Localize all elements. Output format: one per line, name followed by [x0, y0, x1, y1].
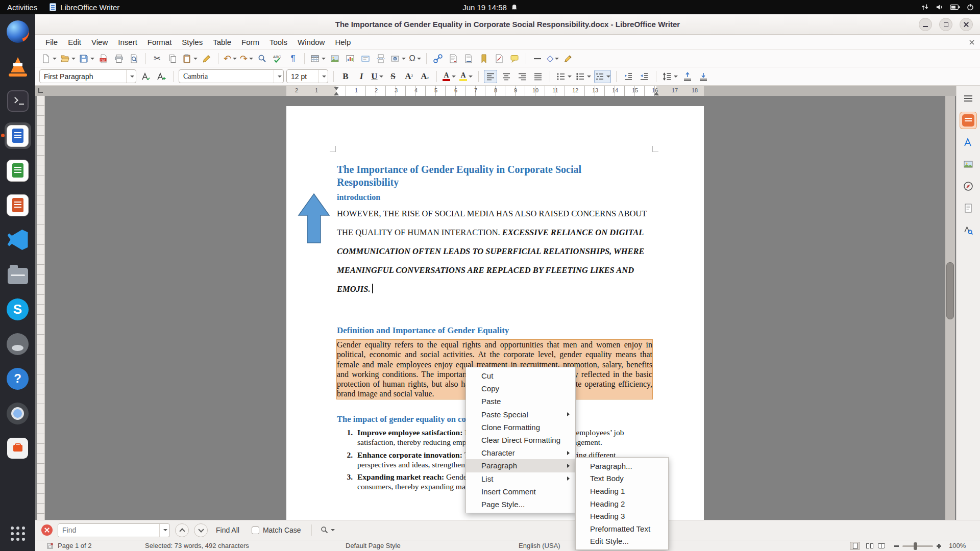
zoom-level-label[interactable]: 100%	[949, 542, 966, 549]
multi-page-view-button[interactable]	[863, 542, 873, 550]
insert-field-button[interactable]	[389, 52, 406, 65]
dropdown-caret[interactable]	[249, 58, 253, 60]
italic-button[interactable]: I	[355, 70, 368, 83]
submenu-item-paragraph-dialog[interactable]: Paragraph...	[576, 460, 668, 472]
dropdown-caret[interactable]	[71, 58, 76, 60]
sidebar-properties-button[interactable]	[960, 112, 977, 129]
insert-endnote-button[interactable]	[462, 52, 475, 65]
find-input[interactable]	[58, 524, 159, 537]
dropdown-caret[interactable]	[452, 76, 456, 78]
dropdown-caret[interactable]	[90, 58, 94, 60]
activities-button[interactable]: Activities	[7, 3, 37, 12]
menu-window[interactable]: Window	[292, 36, 330, 48]
document-heading-title[interactable]: The Importance of Gender Equality in Cor…	[337, 163, 638, 189]
focused-app-menu[interactable]: LibreOffice Writer	[50, 3, 119, 12]
align-right-button[interactable]	[516, 70, 529, 83]
submenu-item-heading-3[interactable]: Heading 3	[576, 510, 668, 522]
increase-indent-button[interactable]	[622, 70, 635, 83]
basic-shapes-button[interactable]: ◇	[546, 52, 559, 65]
dropdown-caret[interactable]	[322, 58, 326, 60]
heading-introduction[interactable]: introduction	[337, 193, 380, 202]
cross-reference-button[interactable]	[493, 52, 506, 65]
find-and-replace-button[interactable]	[320, 523, 335, 537]
find-previous-button[interactable]	[175, 523, 189, 537]
up-arrow-shape[interactable]	[298, 193, 330, 244]
left-indent-marker[interactable]	[334, 92, 339, 95]
print-preview-button[interactable]	[128, 52, 141, 65]
dropdown-caret[interactable]	[674, 76, 678, 78]
skype-icon[interactable]: S	[5, 296, 31, 322]
context-menu-item-paste-special[interactable]: Paste Special	[466, 408, 575, 421]
unordered-list-button[interactable]	[555, 70, 572, 83]
paste-button[interactable]	[181, 52, 198, 65]
dropdown-caret[interactable]	[193, 58, 198, 60]
underline-button[interactable]: U	[371, 70, 384, 83]
minimize-button[interactable]	[919, 18, 932, 31]
terminal-icon[interactable]	[5, 88, 31, 114]
menu-tools[interactable]: Tools	[264, 36, 292, 48]
close-button[interactable]	[960, 18, 973, 31]
close-document-button[interactable]	[969, 38, 975, 47]
new-style-button[interactable]	[155, 70, 168, 83]
sidebar-settings-button[interactable]	[960, 90, 977, 107]
clock-menu[interactable]: Jun 19 14:58	[462, 3, 518, 12]
word-count-status[interactable]: Selected: 73 words, 492 characters	[145, 542, 249, 549]
menu-view[interactable]: View	[86, 36, 113, 48]
dropdown-caret[interactable]	[379, 76, 383, 78]
context-menu-item-clear-direct-formatting[interactable]: Clear Direct Formatting	[466, 434, 575, 446]
context-menu-item-clone-formatting[interactable]: Clone Formatting	[466, 421, 575, 434]
decrease-paragraph-spacing-button[interactable]	[697, 70, 710, 83]
horizontal-ruler[interactable]: 2 1 1 2 3 4 5 6 7 8 9 10 11 12 13 14 15 …	[35, 86, 956, 96]
find-replace-button[interactable]	[256, 52, 269, 65]
find-history-dropdown[interactable]	[159, 524, 169, 537]
libreoffice-calc-icon[interactable]	[5, 157, 31, 184]
highlight-color-button[interactable]: A	[459, 70, 473, 83]
show-applications-button[interactable]	[5, 520, 31, 547]
redo-button[interactable]: ↷	[239, 52, 254, 65]
combo-dropdown-button[interactable]	[126, 70, 136, 83]
superscript-button[interactable]: A²	[402, 70, 415, 83]
context-menu-item-character[interactable]: Character	[466, 446, 575, 459]
line-spacing-button[interactable]	[662, 70, 678, 83]
submenu-item-edit-style[interactable]: Edit Style...	[576, 535, 668, 548]
system-status-area[interactable]	[921, 4, 974, 11]
insert-bookmark-button[interactable]	[477, 52, 491, 65]
zoom-out-button[interactable]	[894, 545, 899, 547]
bold-button[interactable]: B	[339, 70, 352, 83]
insert-table-button[interactable]	[309, 52, 326, 65]
context-menu-item-page-style[interactable]: Page Style...	[466, 498, 575, 511]
context-menu-item-paragraph[interactable]: Paragraph	[466, 459, 575, 472]
copy-button[interactable]	[166, 52, 179, 65]
align-center-button[interactable]	[500, 70, 513, 83]
spelling-button[interactable]: ABC	[271, 52, 284, 65]
paragraph-style-combo[interactable]: First Paragraph	[39, 69, 136, 83]
insert-hyperlink-button[interactable]	[431, 52, 445, 65]
dropdown-caret[interactable]	[606, 76, 610, 78]
intro-paragraph[interactable]: HOWEVER, THE RISE OF SOCIAL MEDIA HAS AL…	[337, 204, 653, 298]
submenu-item-text-body[interactable]: Text Body	[576, 472, 668, 485]
match-case-control[interactable]: Match Case	[252, 526, 301, 534]
language-status[interactable]: English (USA)	[519, 542, 560, 549]
context-menu-item-cut[interactable]: Cut	[466, 369, 575, 382]
dropdown-caret[interactable]	[587, 76, 591, 78]
sidebar-style-inspector-button[interactable]	[960, 221, 977, 239]
vlc-icon[interactable]	[5, 53, 31, 80]
libreoffice-writer-dock-icon[interactable]	[5, 122, 31, 149]
sidebar-navigator-button[interactable]	[960, 178, 977, 195]
dropdown-caret[interactable]	[417, 58, 421, 60]
submenu-item-heading-1[interactable]: Heading 1	[576, 485, 668, 497]
firefox-icon[interactable]	[5, 18, 31, 45]
export-pdf-button[interactable]: PDF	[97, 52, 110, 65]
dropdown-caret[interactable]	[331, 529, 335, 531]
vertical-ruler[interactable]	[37, 96, 45, 520]
close-find-bar-button[interactable]	[41, 524, 53, 536]
menu-format[interactable]: Format	[142, 36, 177, 48]
scrollbar-thumb[interactable]	[946, 262, 954, 319]
first-line-indent-marker[interactable]	[334, 87, 339, 90]
dropdown-caret[interactable]	[53, 58, 57, 60]
files-icon[interactable]	[5, 261, 31, 288]
font-size-combo[interactable]: 12 pt	[286, 69, 328, 83]
strikethrough-button[interactable]: S	[386, 70, 400, 83]
page-style-status[interactable]: Default Page Style	[346, 542, 401, 549]
font-name-combo[interactable]: Cambria	[179, 69, 284, 83]
